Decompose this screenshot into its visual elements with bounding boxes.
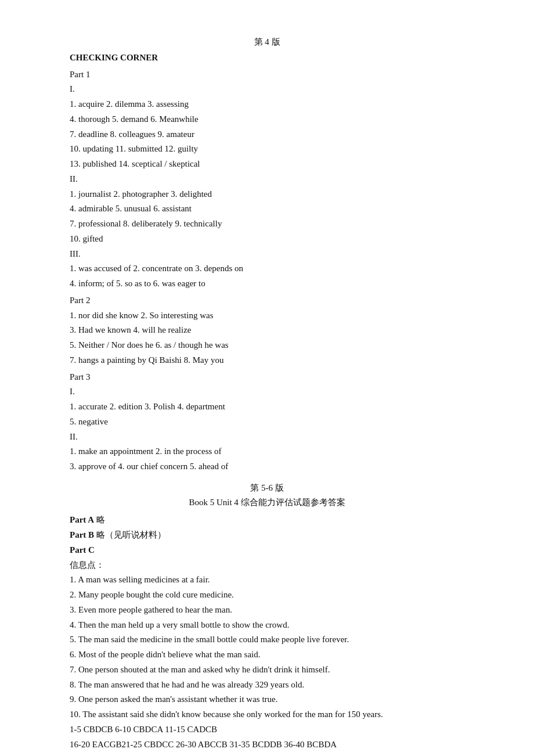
part1-II-line4: 10. gifted: [70, 232, 464, 246]
info-points-container: 1. A man was selling medicines at a fair…: [70, 573, 464, 722]
book-title: Book 5 Unit 4 综合能力评估试题参考答案: [70, 495, 464, 510]
info-point-2: 2. Many people bought the cold cure medi…: [70, 588, 464, 602]
part2-line1: 1. nor did she know 2. So interesting wa…: [70, 308, 464, 323]
part1-II-line2: 4. admirable 5. unusual 6. assistant: [70, 201, 464, 216]
section-title: CHECKING CORNER: [70, 51, 464, 65]
part3-I-line1: 1. accurate 2. edition 3. Polish 4. depa…: [70, 399, 464, 414]
info-point-4: 4. Then the man held up a very small bot…: [70, 618, 464, 632]
part1-II-label: II.: [70, 174, 78, 183]
part2-line4: 7. hangs a painting by Qi Baishi 8. May …: [70, 353, 464, 368]
page-container: 第 4 版 CHECKING CORNER Part 1 I. 1. acqui…: [70, 35, 464, 756]
part1-I-label: I.: [70, 84, 75, 93]
part1-I-line4: 10. updating 11. submitted 12. guilty: [70, 142, 464, 156]
part1-III-header: III.: [70, 247, 464, 261]
header1: 第 4 版: [70, 35, 464, 49]
answers-line3: 41. gathering 42. in 43. that 44. best: [70, 752, 464, 756]
info-point-5: 5. The man said the medicine in the smal…: [70, 632, 464, 647]
info-point-10: 10. The assistant said she didn't know b…: [70, 707, 464, 722]
part1-I-line1: 1. acquire 2. dilemma 3. assessing: [70, 97, 464, 111]
partB-label: Part B: [70, 530, 94, 539]
part3-II-line1: 1. make an appointment 2. in the process…: [70, 444, 464, 459]
answers-line1: 1-5 CBDCB 6-10 CBDCA 11-15 CADCB: [70, 722, 464, 737]
info-point-7: 7. One person shouted at the man and ask…: [70, 663, 464, 677]
part1-II-line3: 7. professional 8. deliberately 9. techn…: [70, 217, 464, 231]
partC-label-text: Part C: [70, 545, 95, 555]
info-point-3: 3. Even more people gathered to hear the…: [70, 603, 464, 617]
part1-label: Part 1: [70, 67, 464, 82]
part1-I-line3: 7. deadline 8. colleagues 9. amateur: [70, 127, 464, 142]
part3-II-header: II.: [70, 430, 464, 444]
part1-I-line5: 13. published 14. sceptical / skeptical: [70, 157, 464, 171]
part1-II-header: II.: [70, 172, 464, 186]
part1-III-label: III.: [70, 249, 81, 258]
info-point-6: 6. Most of the people didn't believe wha…: [70, 647, 464, 662]
part2-line3: 5. Neither / Nor does he 6. as / though …: [70, 338, 464, 352]
part3-II-label: II.: [70, 432, 78, 441]
part3-II-line2: 3. approve of 4. our chief concern 5. ah…: [70, 459, 464, 474]
part2-line2: 3. Had we known 4. will he realize: [70, 323, 464, 337]
partC-label: Part C: [70, 543, 464, 557]
part1-I-line2: 4. thorough 5. demand 6. Meanwhile: [70, 112, 464, 127]
info-point-1: 1. A man was selling medicines at a fair…: [70, 573, 464, 587]
part1-III-line1: 1. was accused of 2. concentrate on 3. d…: [70, 261, 464, 276]
part1-III-line2: 4. inform; of 5. so as to 6. was eager t…: [70, 276, 464, 291]
part1-II-line1: 1. journalist 2. photographer 3. delight…: [70, 187, 464, 201]
info-label: 信息点：: [70, 558, 464, 573]
part3-I-label: I.: [70, 387, 75, 396]
part2-label: Part 2: [70, 293, 464, 308]
answers-line2: 16-20 EACGB21-25 CBDCC 26-30 ABCCB 31-35…: [70, 737, 464, 752]
partB-content-text: 略（见听说材料）: [96, 530, 166, 539]
partA-label: Part A: [70, 515, 94, 524]
part3-label: Part 3: [70, 370, 464, 384]
part3-I-line2: 5. negative: [70, 415, 464, 429]
part1-I-header: I.: [70, 82, 464, 96]
part3-I-header: I.: [70, 384, 464, 399]
info-point-8: 8. The man answered that he had and he w…: [70, 678, 464, 692]
partB-row: Part B 略（见听说材料）: [70, 528, 464, 542]
partA-row: Part A 略: [70, 513, 464, 527]
info-point-9: 9. One person asked the man's assistant …: [70, 692, 464, 707]
header2: 第 5-6 版: [70, 481, 464, 495]
partA-content-text: 略: [96, 515, 105, 524]
